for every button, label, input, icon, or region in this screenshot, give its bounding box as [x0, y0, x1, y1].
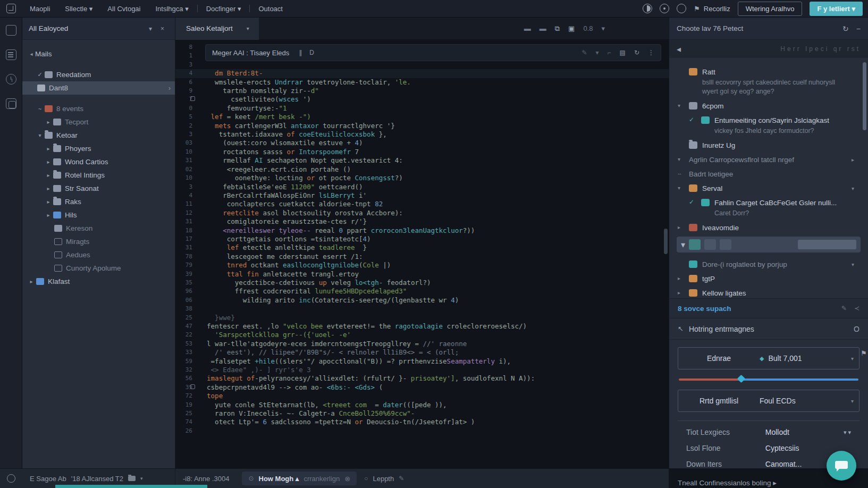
code-line[interactable]: 18 <nereilleswer tyleoe-- reeal 0 ppart … — [175, 226, 669, 235]
pin-icon[interactable]: ∥ — [299, 49, 302, 56]
item-arrow-icon[interactable]: ▾ — [678, 183, 684, 191]
preview-icon[interactable]: ▣ — [568, 24, 575, 32]
refresh-icon[interactable]: ↻ — [835, 24, 849, 33]
tool-button-icon[interactable] — [720, 239, 731, 250]
pool-select[interactable]: Rrtd gmtllisl Foul ECDs ▾ — [678, 390, 859, 412]
code-line[interactable]: 33 /' eest'), // liipee"/'B9B"s/- < reln… — [175, 348, 669, 357]
code-line[interactable]: 03 (ouest:coro wlsomaxtile estuve + 4) — [175, 139, 669, 147]
item-arrow-icon[interactable] — [678, 259, 684, 261]
minimize-icon[interactable]: − — [849, 24, 861, 33]
expanded-arrow-icon[interactable]: ▾ — [36, 132, 44, 138]
code-line[interactable]: 72 tope — [175, 392, 669, 400]
code-line[interactable]: 39 csbepcrpnetavd4l9 --> com ao- <6bs:- … — [175, 383, 669, 392]
property-row-lsol-flone[interactable]: Lsol FloneCyptecsiis — [686, 440, 851, 456]
tree-item-wond-cartios[interactable]: ▸Wond Cartios — [22, 155, 175, 169]
panel-item-serval[interactable]: ▾Serval▾ — [669, 180, 868, 194]
code-line[interactable]: 3 tstantet.idaxave of coeEteuiliclocxsbo… — [175, 130, 669, 139]
code-line[interactable]: 25 raron V:Inecelis- ~- Calgetr-a CnceBo… — [175, 409, 669, 418]
item-arrow-icon[interactable]: ▸ — [678, 288, 684, 296]
item-arrow-icon[interactable]: ▾ — [678, 101, 684, 108]
project-icon[interactable] — [6, 25, 16, 36]
code-editor[interactable]: Meger AAI : Tisaey Eleds ∥ D ✎ ▾ ⌐ ▤ ↻ ⋮… — [175, 40, 669, 468]
item-arrow-icon[interactable] — [678, 140, 684, 142]
collapsed-arrow-icon[interactable]: ▸ — [45, 159, 52, 165]
code-line[interactable]: 32 <> Edaee" ,)- ] ryr's'e 3 — [175, 366, 669, 374]
status-search-segment[interactable]: ○ Leppth ✎ — [357, 469, 411, 488]
archive-button[interactable]: Wtering Aralhvo — [738, 2, 803, 16]
code-line[interactable]: 6 wmslele-erocts Undrrar tovetroylone-to… — [175, 78, 669, 87]
filter-icon[interactable]: ▾ — [596, 49, 599, 56]
item-arrow-icon[interactable] — [678, 198, 684, 199]
collapsed-arrow-icon[interactable]: ▸ — [45, 199, 52, 205]
code-line[interactable]: 06 wilding arito inc(Cotatercis-seerteg/… — [175, 296, 669, 305]
chat-fab-button[interactable] — [827, 451, 856, 481]
code-content[interactable]: 8134 dm Bterd:8t-6 wmslele-erocts Undrra… — [175, 43, 669, 435]
tree-item-raks[interactable]: ▸Raks — [22, 195, 175, 208]
code-line[interactable]: 35 yecdctibce-cdetivous up veleg lo<tgh-… — [175, 279, 669, 287]
tree-item-8-events[interactable]: ~8 events — [22, 102, 175, 115]
panel-inline-toolbar[interactable]: ▾ — [677, 237, 861, 253]
collapsed-arrow-icon[interactable]: ◂ — [28, 51, 35, 57]
code-line[interactable]: 4 rBerCcalrtfaWAlospEiOnr lsLBerryt i' — [175, 191, 669, 200]
close-icon[interactable]: × — [156, 25, 168, 32]
chevron-down-icon[interactable]: ▾ — [851, 356, 859, 361]
code-line[interactable]: 02 <reegeleer.ecrt.cion portahe () — [175, 165, 669, 174]
code-line[interactable]: 79 tnred octkant easllocongltgnilobe(Col… — [175, 261, 669, 270]
menu-item-2[interactable]: Sllectle ▾ — [58, 3, 99, 15]
item-arrow-icon[interactable]: ▾ — [678, 155, 684, 162]
item-arrow-icon[interactable]: ▸ — [678, 223, 684, 230]
menu-item-6[interactable]: Outoact — [252, 3, 289, 15]
code-line[interactable]: 31 lef etectle anleltkipe teadleree } — [175, 243, 669, 252]
gutter-marker-icon[interactable] — [190, 384, 195, 389]
code-line[interactable]: 19 yute conle StEtetarnat(lb, <treeet co… — [175, 401, 669, 409]
panel-item-entumeeiting-con-sayrin-jslcia[interactable]: ✓Entumeeiting con/Sayrin Jslciagkastvick… — [669, 112, 868, 137]
tree-item-kereson[interactable]: Kereson — [22, 222, 175, 235]
panel-item-badrt-loetigee[interactable]: --Badrt loetigee — [669, 165, 868, 180]
chevron-down-icon[interactable]: ▾ — [851, 398, 859, 404]
code-line[interactable]: 11 conclaptercs cuetkatct aldoriee-tnpt … — [175, 200, 669, 208]
panel-scrollbar[interactable] — [863, 62, 866, 130]
collapsed-arrow-icon[interactable]: ▸ — [45, 172, 52, 178]
tree-item-dant8[interactable]: Dant8› — [22, 81, 175, 95]
more-icon[interactable]: ⋮ — [648, 49, 654, 56]
code-line[interactable]: 39 ttal fin anletacette trangl.ertoy — [175, 270, 669, 279]
notifications-icon[interactable] — [660, 4, 669, 13]
chevron-icon[interactable]: ▸ — [852, 155, 854, 163]
item-arrow-icon[interactable] — [678, 67, 684, 69]
code-line[interactable]: 31 rmellaf AI sechapeton Nopt quet.veste… — [175, 156, 669, 165]
build-select[interactable]: Ednrae ◆ Bult 7,001 ▾ — [678, 347, 859, 369]
code-line[interactable]: 4 dm Bterd:8t- — [175, 69, 669, 78]
code-line[interactable]: 78 lescegoet me cderstanut eserrt /1: — [175, 253, 669, 261]
code-line[interactable]: 7 csetliviteo(wsces ') — [175, 95, 669, 104]
tree-item-aedues[interactable]: Aedues — [22, 248, 175, 262]
menu-item-3[interactable]: All Cvtogai — [101, 3, 147, 15]
menu-item-5[interactable]: Docfinger ▾ — [200, 3, 248, 15]
code-line[interactable]: 3 — [175, 61, 669, 69]
flag-icon[interactable]: ⚑ — [861, 349, 867, 357]
code-line[interactable]: 2 mets cartlengerW3l antaxor tourractlgh… — [175, 122, 669, 130]
tool-value-field[interactable] — [798, 240, 856, 249]
split-icon[interactable]: ▬ — [540, 24, 546, 32]
panel-item-inuretz-ug[interactable]: Inuretz Ug — [669, 137, 868, 151]
chevron-down-icon[interactable]: ▾ — [145, 25, 156, 32]
code-line[interactable]: 47 fentescr eest. ,lo "velco bee evteter… — [175, 322, 669, 331]
code-line[interactable]: 31 comiglatoreie eraustzstae-ctes r/'} — [175, 217, 669, 226]
code-line[interactable]: 0 femvourtyse:-"1 — [175, 104, 669, 113]
code-line[interactable]: 53 l war-tlle'atgodeyre-eces imdercntoen… — [175, 340, 669, 348]
zoom-caret-icon[interactable]: ▾ — [601, 24, 605, 32]
code-line[interactable]: 38 — [175, 305, 669, 313]
tree-item-tecport[interactable]: ▸Tecport — [22, 115, 175, 129]
tab-saleo-ketaljort[interactable]: Saleo Ketaljort ▾ — [175, 18, 259, 40]
code-line[interactable]: 9 tartnb nomsltaly zir--d" — [175, 87, 669, 95]
source-link[interactable]: 8 sovce supach — [678, 305, 731, 313]
panel-item-6cpom[interactable]: ▾6cpom — [669, 97, 868, 112]
link-edit-icon[interactable]: ✎ — [841, 305, 847, 312]
history-icon[interactable] — [6, 74, 16, 85]
panel-item-iveavomdie[interactable]: ▸Iveavomdie — [669, 219, 868, 233]
circle-icon[interactable]: O — [854, 325, 859, 333]
status-mode-pill[interactable]: ⊙ How Mogh ▴ crrankerlign ⊗ — [242, 472, 357, 485]
panel-item-fahlin-carget-cabcfeget-gsler-[interactable]: ✓Fahlin Carget CaBcFeGet Gsler nulli...C… — [669, 194, 868, 219]
tree-item-klafast[interactable]: ▸Klafast — [22, 275, 175, 288]
tree-item-rotel-intings[interactable]: ▸Rotel Intings — [22, 169, 175, 182]
layout-icon[interactable]: ▬ — [524, 24, 531, 32]
